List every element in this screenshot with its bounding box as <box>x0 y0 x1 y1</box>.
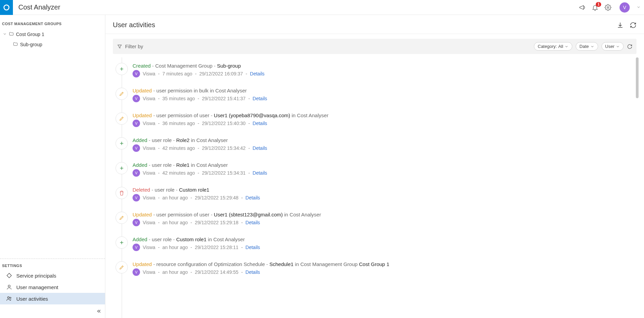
activity-meta-line: VViswa-an hour ago-29/12/2022 15:29:48-D… <box>133 194 637 201</box>
collapse-sidebar-icon[interactable] <box>95 308 102 315</box>
activity-suffix: in Cost Management Group <box>295 261 358 267</box>
details-link[interactable]: Details <box>253 121 267 126</box>
category-filter-chip[interactable]: Category: All <box>534 42 572 51</box>
activity-user: Viswa <box>143 121 155 126</box>
user-filter-chip[interactable]: User <box>602 42 624 51</box>
activity-row: Added - user role - Custom role1 in Cost… <box>113 231 639 256</box>
user-avatar-small: V <box>133 120 140 127</box>
activity-row: Added - user role - Role1 in Cost Analys… <box>113 157 639 181</box>
activity-action: Added <box>133 236 147 242</box>
user-avatar[interactable]: V <box>620 2 630 13</box>
activity-timestamp: 29/12/2022 16:09:37 <box>199 71 243 76</box>
activity-row: Deleted - user role - Custom role1VViswa… <box>113 181 639 206</box>
filter-label: Filter by <box>125 43 143 49</box>
refresh-filters-icon[interactable] <box>627 44 632 49</box>
activity-meta-line: VViswa-an hour ago-29/12/2022 15:28:11-D… <box>133 244 637 251</box>
details-link[interactable]: Details <box>245 269 260 275</box>
sidebar-settings-title: SETTINGS <box>0 259 105 270</box>
edit-icon <box>116 88 128 100</box>
date-filter-chip[interactable]: Date <box>576 42 598 51</box>
activity-body: Updated - resource configuration of Opti… <box>133 261 637 276</box>
activity-relative-time: 7 minutes ago <box>162 71 192 76</box>
svg-point-4 <box>10 297 11 299</box>
activity-user: Viswa <box>143 170 155 176</box>
sidebar-item-label: User activities <box>16 296 48 302</box>
activity-action: Updated <box>133 261 152 267</box>
activity-user: Viswa <box>143 145 155 151</box>
details-link[interactable]: Details <box>245 245 260 250</box>
logo-icon <box>3 4 10 11</box>
activity-body: Deleted - user role - Custom role1VViswa… <box>133 187 637 201</box>
activity-timestamp: 29/12/2022 14:49:55 <box>195 269 238 275</box>
activity-title-line: Updated - user permission of user - User… <box>133 212 637 217</box>
sidebar-item-label: Service principals <box>16 273 56 279</box>
chip-key: Category: <box>538 44 557 49</box>
sidebar-item-user-management[interactable]: User management <box>0 281 105 293</box>
add-icon <box>116 162 128 174</box>
sidebar-item-service-principals[interactable]: Service principals <box>0 270 105 281</box>
activity-meta-line: VViswa-7 minutes ago-29/12/2022 16:09:37… <box>133 70 637 77</box>
details-link[interactable]: Details <box>253 145 267 151</box>
activity-target: Custom role1 <box>179 187 209 193</box>
details-link[interactable]: Details <box>253 170 267 176</box>
activity-row: Updated - user permission of user - User… <box>113 206 639 231</box>
activity-relative-time: an hour ago <box>162 195 188 200</box>
user-avatar-small: V <box>133 144 140 152</box>
download-icon[interactable] <box>617 22 624 29</box>
activity-row: Updated - user permission in bulk in Cos… <box>113 82 639 107</box>
announcement-icon[interactable] <box>579 4 586 11</box>
notification-bell-icon[interactable]: 1 <box>592 4 598 11</box>
activity-body: Updated - user permission of user - User… <box>133 112 637 127</box>
details-link[interactable]: Details <box>253 96 267 101</box>
chevron-down-icon <box>590 45 594 49</box>
activity-relative-time: 42 minutes ago <box>162 170 195 176</box>
add-icon <box>116 236 128 249</box>
gear-icon[interactable] <box>605 4 611 11</box>
activity-target: Schedule1 <box>269 261 294 267</box>
activity-target: User1 (sbtest123@gmail.com) <box>214 212 283 217</box>
filter-by-button[interactable]: Filter by <box>117 43 143 49</box>
activity-target: Sub-group <box>217 63 241 69</box>
sidebar-item-user-activities[interactable]: User activities <box>0 293 105 304</box>
tree-item-label: Cost Group 1 <box>16 32 44 37</box>
chevron-down-icon <box>564 45 569 49</box>
chip-value: All <box>558 44 563 49</box>
delete-icon <box>116 187 128 199</box>
activity-action: Created <box>133 63 151 69</box>
activity-relative-time: 36 minutes ago <box>162 121 195 126</box>
activity-suffix: in Cost Analyser <box>284 212 321 217</box>
refresh-icon[interactable] <box>630 22 637 29</box>
activity-timeline[interactable]: Created - Cost Management Group - Sub-gr… <box>113 57 639 318</box>
user-avatar-small: V <box>133 194 140 201</box>
details-link[interactable]: Details <box>245 195 260 200</box>
activity-timestamp: 29/12/2022 15:28:11 <box>195 245 238 250</box>
details-link[interactable]: Details <box>245 220 260 225</box>
chevron-down-icon[interactable] <box>637 5 641 10</box>
activity-body: Created - Cost Management Group - Sub-gr… <box>133 63 637 77</box>
activity-description: Cost Management Group <box>155 63 212 69</box>
tree-item-sub-group[interactable]: Sub-group <box>1 39 104 50</box>
activity-timestamp: 29/12/2022 15:40:30 <box>202 121 245 126</box>
activity-meta-line: VViswa-an hour ago-29/12/2022 14:49:55-D… <box>133 268 637 276</box>
page-title: User activities <box>113 21 155 29</box>
tree-item-cost-group-1[interactable]: Cost Group 1 <box>1 29 104 39</box>
activity-relative-time: an hour ago <box>162 245 188 250</box>
activity-suffix: in Cost Analyser <box>191 162 228 168</box>
activity-description: user permission of user <box>156 112 209 118</box>
svg-point-2 <box>8 285 10 287</box>
activity-meta-line: VViswa-35 minutes ago-29/12/2022 15:41:3… <box>133 95 637 102</box>
activity-body: Updated - user permission in bulk in Cos… <box>133 88 637 102</box>
details-link[interactable]: Details <box>250 71 265 76</box>
filter-bar: Filter by Category: All Date User <box>113 39 637 54</box>
activity-action: Updated <box>133 212 152 217</box>
filter-icon <box>117 44 122 49</box>
user-icon <box>6 284 12 290</box>
user-avatar-small: V <box>133 95 140 102</box>
sidebar-groups-title: COST MANAGEMENT GROUPS <box>0 15 105 29</box>
activity-action: Deleted <box>133 187 150 193</box>
topbar: Cost Analyzer 1 V <box>0 0 644 15</box>
app-logo[interactable] <box>0 0 13 15</box>
tree-item-label: Sub-group <box>20 42 42 47</box>
activity-body: Added - user role - Role2 in Cost Analys… <box>133 137 637 152</box>
chevron-down-icon[interactable] <box>3 32 7 37</box>
